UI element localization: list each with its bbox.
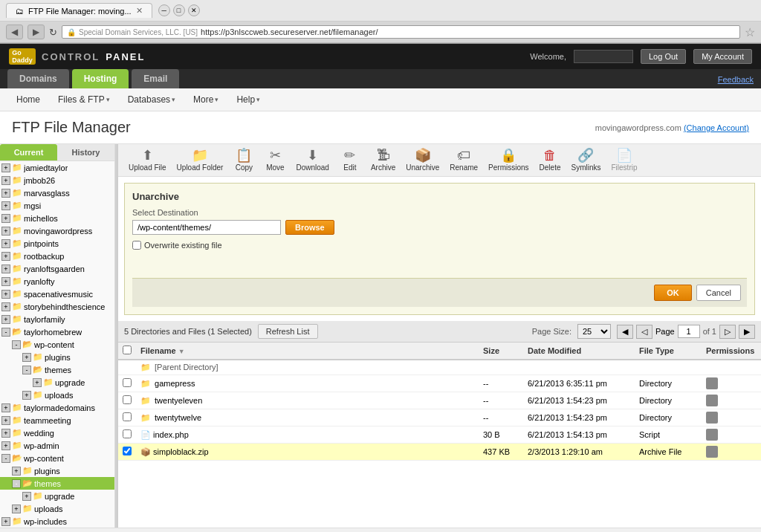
tree-item[interactable]: + 📁 uploads <box>0 502 114 515</box>
delete-button[interactable]: 🗑 Delete <box>535 147 566 173</box>
filestrip-button[interactable]: 📄 Filestrip <box>606 147 641 173</box>
feedback-link[interactable]: Feedback <box>718 75 754 88</box>
row-filename-cell[interactable]: 📁 [Parent Directory] <box>136 360 479 375</box>
table-row[interactable]: 📁 gamepress -- 6/21/2013 6:35:11 pm Dire… <box>118 375 761 392</box>
archive-button[interactable]: 🗜 Archive <box>366 147 400 173</box>
select-all-checkbox[interactable] <box>123 346 132 354</box>
tree-toggle[interactable]: - <box>1 454 10 463</box>
row-checkbox[interactable] <box>123 395 132 404</box>
minimize-button[interactable]: ─ <box>158 4 170 16</box>
maximize-button[interactable]: □ <box>173 4 185 16</box>
row-perm-cell[interactable] <box>702 409 761 426</box>
row-perm-cell[interactable] <box>702 426 761 444</box>
tree-item[interactable]: + 📁 plugins <box>0 351 114 363</box>
tree-item[interactable]: + 📁 jmbob26 <box>0 174 114 186</box>
tree-toggle[interactable]: + <box>1 315 10 324</box>
tree-item[interactable]: - 📂 taylorhomebrew <box>0 325 114 338</box>
sidebar-tab-history[interactable]: History <box>57 144 114 160</box>
row-perm-cell[interactable] <box>702 444 761 461</box>
close-button[interactable]: ✕ <box>188 4 200 16</box>
permissions-icon-button[interactable] <box>706 377 718 389</box>
tree-toggle[interactable]: + <box>1 214 10 223</box>
tree-item-selected[interactable]: - 📂 themes <box>0 477 114 490</box>
tree-toggle[interactable]: + <box>1 163 10 172</box>
tree-toggle[interactable]: - <box>12 479 21 488</box>
tree-toggle[interactable]: + <box>1 265 10 273</box>
tree-item[interactable]: + 📁 michellos <box>0 212 114 224</box>
tree-toggle[interactable]: + <box>1 290 10 299</box>
tree-item[interactable]: - 📂 themes <box>0 363 114 376</box>
rename-button[interactable]: 🏷 Rename <box>445 147 482 173</box>
tree-toggle[interactable]: + <box>12 467 21 476</box>
tree-item[interactable]: + 📁 wp-admin <box>0 439 114 452</box>
tree-item[interactable]: + 📁 upgrade <box>0 376 114 389</box>
nav-files-ftp[interactable]: Files & FTP ▾ <box>49 88 119 111</box>
upload-folder-button[interactable]: 📁 Upload Folder <box>172 147 228 173</box>
forward-button[interactable]: ▶ <box>27 25 45 39</box>
row-checkbox[interactable] <box>123 447 132 455</box>
tree-item[interactable]: + 📁 storybehindthescience <box>0 300 114 313</box>
tree-toggle[interactable]: + <box>1 441 10 450</box>
address-bar[interactable]: 🔒 Special Domain Services, LLC. [US] htt… <box>62 25 740 39</box>
permissions-icon-button[interactable] <box>706 429 718 441</box>
tree-toggle[interactable]: + <box>1 416 10 425</box>
row-filename-cell[interactable]: 📁 gamepress <box>136 375 479 392</box>
table-row[interactable]: 📁 twentytwelve -- 6/21/2013 1:54:23 pm D… <box>118 409 761 426</box>
tree-item[interactable]: + 📁 upgrade <box>0 490 114 502</box>
tree-toggle[interactable]: + <box>1 403 10 412</box>
page-last-button[interactable]: ▶ <box>739 325 755 339</box>
refresh-list-button[interactable]: Refresh List <box>258 324 318 339</box>
username-input[interactable] <box>574 50 633 63</box>
tree-item[interactable]: + 📁 wedding <box>0 426 114 439</box>
tab-hosting[interactable]: Hosting <box>72 69 129 88</box>
page-prev-button[interactable]: ◁ <box>636 325 652 339</box>
tree-toggle[interactable]: + <box>1 302 10 311</box>
tree-item[interactable]: + 📁 teammeeting <box>0 414 114 426</box>
tab-domains[interactable]: Domains <box>7 69 69 88</box>
tree-toggle[interactable]: + <box>1 517 10 526</box>
page-next-button[interactable]: ▷ <box>719 325 736 339</box>
page-size-select[interactable]: 25 50 100 <box>577 324 611 339</box>
tree-item[interactable]: + 📁 pintpoints <box>0 237 114 250</box>
cancel-button[interactable]: Cancel <box>696 285 741 301</box>
upload-file-button[interactable]: ⬆ Upload File <box>124 147 171 173</box>
row-filename-cell[interactable]: 📦 simploblack.zip <box>136 444 479 461</box>
my-account-button[interactable]: My Account <box>693 49 752 64</box>
move-button[interactable]: ✂ Move <box>260 147 290 173</box>
tree-item[interactable]: + 📁 mgsi <box>0 199 114 212</box>
symlinks-button[interactable]: 🔗 Symlinks <box>566 147 605 173</box>
tree-item[interactable]: - 📂 wp-content <box>0 338 114 351</box>
tree-toggle[interactable]: - <box>12 340 21 349</box>
permissions-icon-button[interactable] <box>706 412 718 424</box>
nav-home[interactable]: Home <box>7 88 49 111</box>
tree-toggle[interactable]: + <box>1 429 10 438</box>
row-perm-cell[interactable] <box>702 392 761 409</box>
tree-toggle[interactable]: + <box>1 201 10 210</box>
tree-toggle[interactable]: + <box>12 505 21 513</box>
row-checkbox[interactable] <box>123 378 132 387</box>
row-filename-cell[interactable]: 📁 twentyeleven <box>136 392 479 409</box>
file-list-scroll[interactable]: Filename ▼ Size Date Modified File Type … <box>118 343 761 528</box>
page-input[interactable] <box>678 325 700 338</box>
tree-toggle[interactable]: - <box>22 366 31 374</box>
copy-button[interactable]: 📋 Copy <box>229 147 259 173</box>
filetype-col-header[interactable]: File Type <box>635 343 702 360</box>
tree-item[interactable]: + 📁 taylorfamily <box>0 313 114 325</box>
row-filename-cell[interactable]: 📁 twentytwelve <box>136 409 479 426</box>
nav-databases[interactable]: Databases ▾ <box>119 88 184 111</box>
date-col-header[interactable]: Date Modified <box>523 343 635 360</box>
browser-tab[interactable]: 🗂 FTP File Manager: moving... ✕ <box>6 3 152 18</box>
tab-close-button[interactable]: ✕ <box>136 6 143 16</box>
bookmark-button[interactable]: ☆ <box>745 25 755 39</box>
unarchive-button[interactable]: 📦 Unarchive <box>401 147 444 173</box>
table-row[interactable]: 📁 twentyeleven -- 6/21/2013 1:54:23 pm D… <box>118 392 761 409</box>
tree-toggle[interactable]: + <box>1 189 10 198</box>
row-checkbox[interactable] <box>123 412 132 421</box>
logout-button[interactable]: Log Out <box>641 49 686 64</box>
sidebar-tab-current[interactable]: Current <box>0 144 57 160</box>
tree-toggle[interactable]: + <box>33 378 42 387</box>
change-account-link[interactable]: (Change Account) <box>684 123 749 132</box>
tree-toggle[interactable]: + <box>1 252 10 261</box>
tree-item[interactable]: + 📁 spacenativesmusic <box>0 288 114 300</box>
tree-item[interactable]: + 📁 taylormadedomains <box>0 401 114 414</box>
